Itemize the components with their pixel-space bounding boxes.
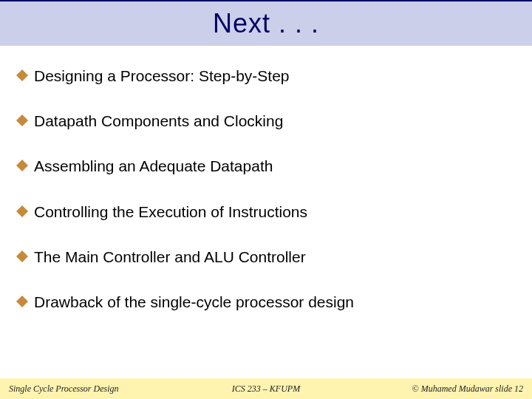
bullet-text: The Main Controller and ALU Controller bbox=[34, 248, 306, 266]
diamond-bullet-icon bbox=[16, 250, 28, 262]
bullet-text: Datapath Components and Clocking bbox=[34, 112, 283, 130]
content-area: Designing a Processor: Step-by-Step Data… bbox=[0, 46, 532, 311]
list-item: Datapath Components and Clocking bbox=[16, 112, 516, 130]
list-item: Drawback of the single-cycle processor d… bbox=[16, 293, 516, 311]
diamond-bullet-icon bbox=[16, 115, 28, 126]
bullet-text: Designing a Processor: Step-by-Step bbox=[34, 66, 290, 85]
diamond-bullet-icon bbox=[16, 296, 28, 307]
footer-left: Single Cycle Processor Design bbox=[9, 383, 119, 395]
list-item: Assembling an Adequate Datapath bbox=[16, 157, 516, 175]
bullet-text: Controlling the Execution of Instruction… bbox=[34, 202, 307, 221]
diamond-bullet-icon bbox=[16, 69, 28, 81]
footer-center: ICS 233 – KFUPM bbox=[232, 383, 300, 395]
diamond-bullet-icon bbox=[16, 160, 28, 171]
title-bar: Next . . . bbox=[0, 0, 532, 46]
list-item: Designing a Processor: Step-by-Step bbox=[16, 66, 516, 85]
list-item: The Main Controller and ALU Controller bbox=[16, 248, 516, 266]
footer-bar: Single Cycle Processor Design ICS 233 – … bbox=[0, 378, 532, 399]
bullet-text: Assembling an Adequate Datapath bbox=[34, 157, 273, 175]
bullet-text: Drawback of the single-cycle processor d… bbox=[34, 293, 354, 311]
slide-title: Next . . . bbox=[213, 8, 319, 39]
diamond-bullet-icon bbox=[16, 205, 28, 217]
footer-right: © Muhamed Mudawar slide 12 bbox=[412, 383, 523, 395]
list-item: Controlling the Execution of Instruction… bbox=[16, 202, 516, 221]
